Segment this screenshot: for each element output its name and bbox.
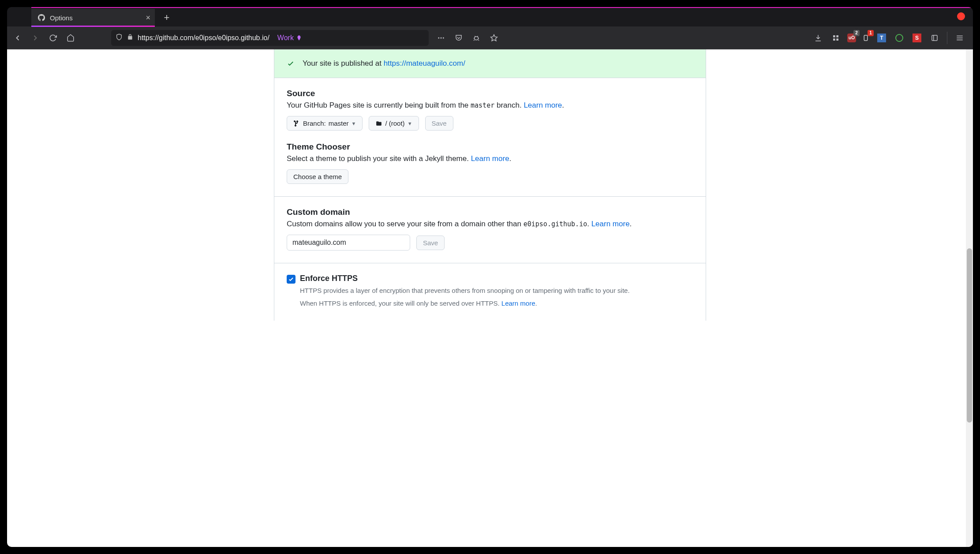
url-bar[interactable]: https://github.com/e0ipso/e0ipso.github.… [111, 30, 429, 46]
notification-extension[interactable]: 1 [860, 32, 872, 44]
enforce-https-label: Enforce HTTPS [300, 274, 630, 283]
notif-badge: 1 [868, 30, 874, 36]
back-button[interactable] [10, 30, 26, 46]
enforce-https-line2: When HTTPS is enforced, your site will o… [300, 299, 630, 309]
chevron-down-icon: ▼ [352, 121, 356, 126]
source-heading: Source [287, 89, 693, 98]
svg-point-0 [438, 37, 439, 38]
github-favicon [37, 14, 45, 22]
custom-domain-heading: Custom domain [287, 207, 693, 217]
svg-rect-7 [833, 38, 835, 41]
custom-domain-input[interactable] [287, 235, 410, 251]
browser-window: Options × + https://github.com/e0ip [7, 7, 973, 547]
toolbar-separator [947, 32, 947, 44]
svg-point-1 [441, 37, 442, 38]
new-tab-button[interactable]: + [159, 10, 174, 25]
svg-rect-9 [864, 35, 868, 41]
svg-rect-8 [836, 38, 838, 41]
enforce-https-content: Enforce HTTPS HTTPS provides a layer of … [300, 274, 630, 308]
extension-grid-icon[interactable] [828, 30, 844, 46]
ublock-badge: 2 [853, 30, 860, 36]
choose-theme-button[interactable]: Choose a theme [287, 169, 348, 184]
svg-rect-5 [833, 35, 835, 37]
published-flash: Your site is published at https://mateua… [274, 49, 706, 78]
bookmark-star-button[interactable] [486, 30, 502, 46]
toolbar-right: uO 2 1 T S [810, 30, 970, 46]
extension-green-icon[interactable] [891, 30, 907, 46]
close-tab-icon[interactable]: × [146, 14, 150, 22]
downloads-button[interactable] [810, 30, 826, 46]
recording-indicator [957, 12, 965, 20]
ublock-extension[interactable]: uO 2 [845, 32, 858, 44]
page-content: Your site is published at https://mateua… [7, 49, 973, 547]
nav-toolbar: https://github.com/e0ipso/e0ipso.github.… [7, 26, 973, 49]
chevron-down-icon: ▼ [408, 121, 412, 126]
custom-domain-desc: Custom domains allow you to serve your s… [287, 220, 693, 228]
published-url-link[interactable]: https://mateuaguilo.com/ [384, 59, 465, 67]
url-text: https://github.com/e0ipso/e0ipso.github.… [138, 34, 269, 42]
hamburger-menu[interactable] [952, 30, 968, 46]
source-learn-more-link[interactable]: Learn more [524, 101, 562, 109]
checkmark-icon [288, 276, 294, 282]
forward-button[interactable] [27, 30, 43, 46]
enforce-https-section: Enforce HTTPS HTTPS provides a layer of … [274, 263, 706, 321]
theme-desc: Select a theme to publish your site with… [287, 154, 693, 163]
branch-select-button[interactable]: Branch: master ▼ [287, 116, 363, 131]
theme-heading: Theme Chooser [287, 142, 693, 152]
scrollbar-thumb[interactable] [967, 248, 972, 423]
tracking-shield-icon[interactable] [116, 33, 123, 43]
source-section: Source Your GitHub Pages site is current… [274, 78, 706, 196]
source-controls: Branch: master ▼ / (root) ▼ Save [287, 116, 693, 131]
domain-learn-more-link[interactable]: Learn more [591, 220, 630, 228]
svg-rect-10 [932, 35, 937, 41]
custom-domain-section: Custom domain Custom domains allow you t… [274, 196, 706, 263]
svg-point-2 [443, 37, 444, 38]
browser-tab[interactable]: Options × [31, 9, 155, 26]
svg-rect-6 [836, 35, 838, 37]
page-actions-button[interactable] [433, 30, 449, 46]
container-label: Work [277, 34, 303, 42]
git-branch-icon [293, 120, 300, 127]
extension-t-icon[interactable]: T [874, 30, 890, 46]
tabbar: Options × + [7, 7, 973, 26]
folder-select-button[interactable]: / (root) ▼ [369, 116, 419, 131]
lock-icon[interactable] [127, 34, 133, 42]
check-icon [287, 60, 295, 67]
enforce-https-checkbox[interactable] [287, 275, 295, 284]
theme-learn-more-link[interactable]: Learn more [471, 154, 509, 163]
domain-save-button[interactable]: Save [416, 236, 445, 250]
tab-title: Options [50, 14, 73, 22]
custom-domain-controls: Save [287, 235, 693, 251]
library-button[interactable] [927, 30, 943, 46]
source-desc: Your GitHub Pages site is currently bein… [287, 101, 693, 110]
pocket-button[interactable] [451, 30, 467, 46]
vertical-scrollbar[interactable] [966, 49, 973, 547]
extension-s-icon[interactable]: S [909, 30, 925, 46]
flash-text: Your site is published at https://mateua… [303, 59, 465, 68]
source-save-button[interactable]: Save [425, 116, 453, 131]
home-button[interactable] [63, 30, 79, 46]
settings-panel: Your site is published at https://mateua… [274, 49, 706, 321]
svg-rect-3 [475, 37, 479, 40]
svg-marker-4 [491, 34, 497, 41]
folder-icon [375, 120, 382, 127]
debug-button[interactable] [468, 30, 484, 46]
reload-button[interactable] [45, 30, 61, 46]
https-learn-more-link[interactable]: Learn more [501, 299, 535, 307]
enforce-https-line1: HTTPS provides a layer of encryption tha… [300, 286, 630, 296]
